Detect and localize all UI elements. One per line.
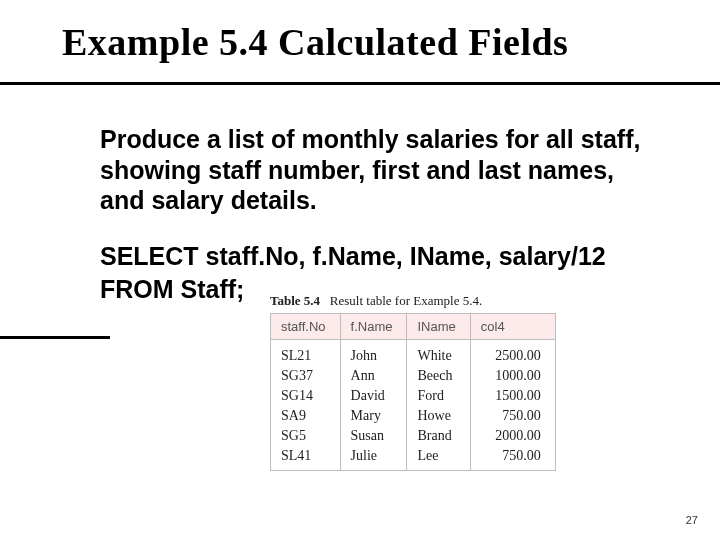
cell-col4: 2000.00 (470, 426, 555, 446)
cell-col4: 1500.00 (470, 386, 555, 406)
cell-col4: 750.00 (470, 446, 555, 471)
cell-fname: John (340, 340, 407, 367)
col-header-staffno: staff.No (271, 314, 341, 340)
cell-lname: Brand (407, 426, 470, 446)
col-header-lname: IName (407, 314, 470, 340)
cell-lname: White (407, 340, 470, 367)
table-row: SG37 Ann Beech 1000.00 (271, 366, 556, 386)
cell-fname: Mary (340, 406, 407, 426)
cell-lname: Howe (407, 406, 470, 426)
table-row: SG5 Susan Brand 2000.00 (271, 426, 556, 446)
col-header-col4: col4 (470, 314, 555, 340)
table-caption-text: Result table for Example 5.4. (330, 293, 482, 308)
result-table-container: staff.No f.Name IName col4 SL21 John Whi… (270, 313, 556, 471)
cell-col4: 750.00 (470, 406, 555, 426)
result-table: staff.No f.Name IName col4 SL21 John Whi… (270, 313, 556, 471)
cell-staffno: SL21 (271, 340, 341, 367)
cell-lname: Beech (407, 366, 470, 386)
cell-staffno: SG5 (271, 426, 341, 446)
cell-col4: 1000.00 (470, 366, 555, 386)
sql-line-1: SELECT staff.No, f.Name, IName, salary/1… (100, 240, 660, 274)
table-row: SL21 John White 2500.00 (271, 340, 556, 367)
cell-staffno: SA9 (271, 406, 341, 426)
slide-title: Example 5.4 Calculated Fields (62, 20, 568, 64)
col-header-fname: f.Name (340, 314, 407, 340)
table-row: SL41 Julie Lee 750.00 (271, 446, 556, 471)
page-number: 27 (686, 514, 698, 526)
table-header-row: staff.No f.Name IName col4 (271, 314, 556, 340)
cell-fname: Ann (340, 366, 407, 386)
table-caption-label: Table 5.4 (270, 293, 320, 308)
cell-col4: 2500.00 (470, 340, 555, 367)
table-row: SG14 David Ford 1500.00 (271, 386, 556, 406)
table-row: SA9 Mary Howe 750.00 (271, 406, 556, 426)
cell-lname: Lee (407, 446, 470, 471)
cell-fname: Julie (340, 446, 407, 471)
horizontal-rule-long (0, 82, 720, 85)
table-caption: Table 5.4 Result table for Example 5.4. (270, 293, 482, 309)
cell-staffno: SG14 (271, 386, 341, 406)
cell-fname: David (340, 386, 407, 406)
problem-prompt: Produce a list of monthly salaries for a… (100, 124, 660, 216)
horizontal-rule-short (0, 336, 110, 339)
cell-staffno: SL41 (271, 446, 341, 471)
cell-fname: Susan (340, 426, 407, 446)
cell-lname: Ford (407, 386, 470, 406)
cell-staffno: SG37 (271, 366, 341, 386)
